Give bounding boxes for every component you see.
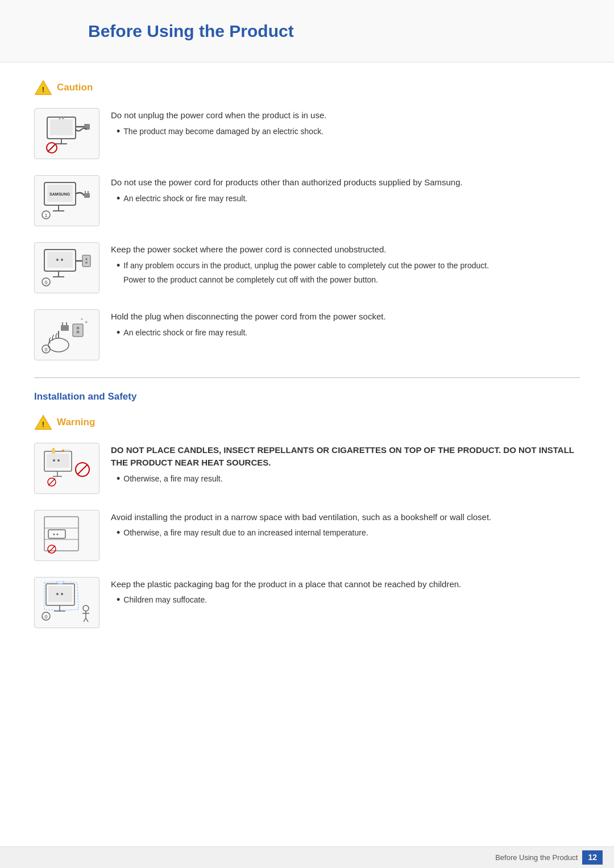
bullet-dot: • (117, 327, 120, 339)
caution-main-text-3: Keep the power socket where the power co… (111, 243, 580, 256)
svg-line-68 (48, 546, 55, 553)
bullet-dot: • (117, 260, 120, 272)
svg-point-33 (48, 338, 69, 352)
caution-bullet-2-1: • An electric shock or fire may result. (117, 193, 580, 205)
svg-point-78 (83, 605, 89, 611)
unplug-icon (42, 113, 93, 155)
caution-text-4: Hold the plug when disconnecting the pow… (111, 309, 580, 341)
svg-point-11 (62, 117, 64, 119)
warning-main-text-1: DO NOT PLACE CANDLES, INSECT REPELLANTS … (111, 444, 580, 470)
svg-text:!: ! (42, 85, 44, 94)
svg-rect-3 (50, 119, 73, 135)
svg-rect-17 (84, 193, 90, 198)
svg-line-82 (86, 618, 88, 622)
caution-alert-icon: ! Caution (34, 80, 93, 95)
samsung-cord-icon: SAMSUNG 1 (42, 180, 93, 222)
caution-item-2: SAMSUNG 1 Do not use the power cord for … (34, 175, 580, 226)
warning-alert-icon: ! Warning (34, 414, 95, 430)
svg-text:0: 0 (44, 347, 47, 352)
svg-point-75 (57, 581, 64, 584)
bullet-dot: • (117, 527, 120, 539)
caution-bullet-text-2-1: An electric shock or fire may result. (123, 193, 247, 205)
installation-section: Installation and Safety ! Warning (34, 377, 580, 628)
svg-text:✦: ✦ (84, 319, 89, 325)
svg-rect-38 (73, 324, 83, 337)
svg-text:!: ! (42, 420, 44, 429)
svg-point-10 (59, 117, 61, 119)
svg-text:SAMSUNG: SAMSUNG (49, 192, 70, 196)
footer-text: Before Using the Product (495, 852, 578, 863)
caution-image-4: 0 ✦ ✦ (34, 309, 99, 360)
caution-note-3-1: Power to the product cannot be completel… (123, 274, 580, 286)
caution-main-text-2: Do not use the power cord for products o… (111, 176, 580, 189)
svg-rect-23 (47, 252, 73, 268)
caution-bullet-text-3-1: If any problem occurs in the product, un… (123, 260, 489, 272)
caution-triangle-icon: ! (34, 80, 52, 95)
svg-point-29 (85, 258, 88, 260)
caution-item-1: Do not unplug the power cord when the pr… (34, 108, 580, 159)
warning-item-2: Avoid installing the product in a narrow… (34, 510, 580, 561)
caution-alert-block: ! Caution (34, 80, 580, 95)
caution-bullet-3-1: • If any problem occurs in the product, … (117, 260, 580, 272)
warning-bullet-3-1: • Children may suffocate. (117, 594, 580, 607)
svg-text:0: 0 (44, 280, 47, 285)
bullet-dot: • (117, 126, 120, 138)
bullet-dot: • (117, 473, 120, 485)
warning-image-2 (34, 510, 99, 561)
warning-label: Warning (57, 415, 95, 430)
svg-line-58 (77, 464, 88, 475)
svg-text:0: 0 (44, 614, 47, 620)
svg-point-65 (53, 534, 55, 535)
svg-point-50 (57, 459, 60, 462)
caution-bullet-text-4-1: An electric shock or fire may result. (123, 327, 247, 339)
svg-point-71 (56, 593, 59, 595)
caution-text-2: Do not use the power cord for products o… (111, 175, 580, 207)
page-footer: Before Using the Product 12 (0, 846, 614, 868)
svg-point-30 (85, 261, 88, 264)
caution-image-3: 0 (34, 242, 99, 293)
warning-text-3: Keep the plastic packaging bag for the p… (111, 577, 580, 609)
svg-line-81 (84, 618, 86, 622)
warning-item-3: 0 Keep the plastic packaging bag for the… (34, 577, 580, 628)
warning-bullet-1-1: • Otherwise, a fire may result. (117, 473, 580, 485)
warning-bullet-text-3-1: Children may suffocate. (123, 594, 207, 606)
ventilation-icon (42, 514, 93, 556)
warning-text-2: Avoid installing the product in a narrow… (111, 510, 580, 542)
caution-image-1 (34, 108, 99, 159)
svg-rect-35 (61, 325, 69, 331)
svg-text:1: 1 (44, 213, 47, 218)
warning-text-1: DO NOT PLACE CANDLES, INSECT REPELLANTS … (111, 443, 580, 488)
page-number: 12 (582, 850, 603, 865)
caution-text-3: Keep the power socket where the power co… (111, 242, 580, 286)
warning-triangle-icon: ! (34, 414, 52, 430)
hold-plug-icon: 0 ✦ ✦ (42, 314, 93, 356)
warning-bullet-text-2-1: Otherwise, a fire may result due to an i… (123, 527, 368, 539)
svg-point-24 (56, 259, 59, 261)
main-content: ! Caution (0, 63, 614, 661)
warning-main-text-2: Avoid installing the product in a narrow… (111, 511, 580, 524)
warning-image-1 (34, 443, 99, 494)
svg-point-25 (61, 259, 63, 261)
svg-point-40 (76, 330, 79, 333)
svg-point-66 (56, 534, 58, 535)
bullet-dot: • (117, 193, 120, 205)
svg-line-9 (48, 144, 56, 152)
svg-point-39 (76, 326, 79, 329)
svg-rect-53 (52, 449, 55, 454)
warning-alert-block: ! Warning (34, 414, 580, 430)
packaging-bag-icon: 0 (42, 581, 93, 624)
warning-bullet-text-1-1: Otherwise, a fire may result. (123, 473, 222, 485)
caution-text-1: Do not unplug the power cord when the pr… (111, 108, 580, 140)
caution-item-4: 0 ✦ ✦ Hold the plug when disconnecting t… (34, 309, 580, 360)
caution-label: Caution (57, 80, 93, 95)
warning-bullet-2-1: • Otherwise, a fire may result due to an… (117, 527, 580, 539)
svg-rect-70 (48, 586, 72, 602)
section-divider (34, 377, 580, 378)
caution-bullet-1-1: • The product may become damaged by an e… (117, 126, 580, 138)
svg-text:✦: ✦ (80, 317, 84, 321)
warning-image-3: 0 (34, 577, 99, 628)
caution-item-3: 0 Keep the power socket where the power … (34, 242, 580, 293)
warning-item-1: DO NOT PLACE CANDLES, INSECT REPELLANTS … (34, 443, 580, 494)
svg-point-72 (61, 593, 63, 595)
svg-line-60 (48, 479, 55, 485)
